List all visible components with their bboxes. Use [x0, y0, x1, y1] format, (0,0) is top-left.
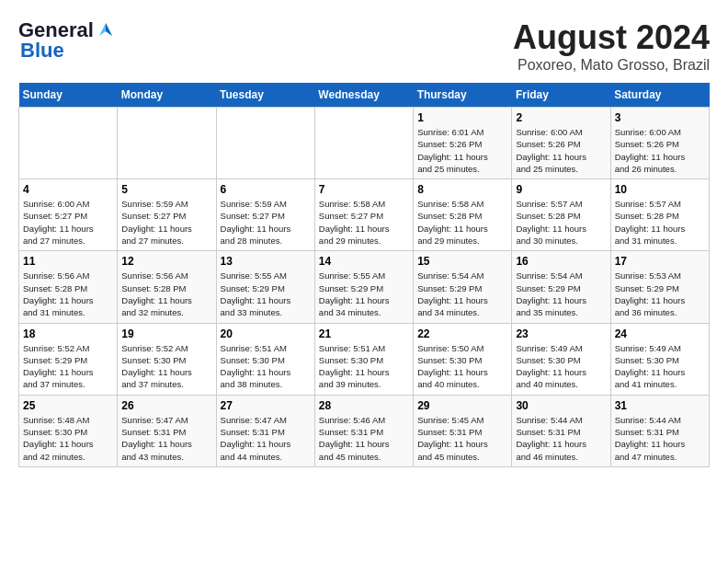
day-info: Sunrise: 6:00 AM Sunset: 5:26 PM Dayligh…: [615, 126, 705, 175]
day-info: Sunrise: 5:49 AM Sunset: 5:30 PM Dayligh…: [516, 342, 606, 391]
day-number: 13: [221, 255, 311, 268]
calendar-cell: 15Sunrise: 5:54 AM Sunset: 5:29 PM Dayli…: [414, 251, 512, 323]
day-info: Sunrise: 5:58 AM Sunset: 5:27 PM Dayligh…: [319, 198, 409, 247]
day-number: 8: [417, 183, 507, 196]
calendar-cell: 10Sunrise: 5:57 AM Sunset: 5:28 PM Dayli…: [610, 179, 709, 251]
day-number: 4: [23, 183, 113, 196]
day-info: Sunrise: 5:56 AM Sunset: 5:28 PM Dayligh…: [23, 270, 113, 318]
day-number: 29: [417, 399, 507, 412]
calendar-cell: 13Sunrise: 5:55 AM Sunset: 5:29 PM Dayli…: [216, 251, 314, 323]
day-info: Sunrise: 5:56 AM Sunset: 5:28 PM Dayligh…: [121, 270, 211, 318]
calendar-cell: 11Sunrise: 5:56 AM Sunset: 5:28 PM Dayli…: [19, 251, 118, 323]
day-number: 7: [319, 183, 409, 196]
day-info: Sunrise: 5:59 AM Sunset: 5:27 PM Dayligh…: [221, 198, 311, 247]
month-title: August 2024: [513, 18, 710, 57]
day-number: 12: [121, 255, 211, 268]
day-info: Sunrise: 5:51 AM Sunset: 5:30 PM Dayligh…: [221, 342, 311, 391]
day-number: 31: [615, 399, 705, 412]
svg-marker-1: [106, 23, 112, 36]
day-info: Sunrise: 5:54 AM Sunset: 5:29 PM Dayligh…: [417, 270, 507, 318]
calendar-table: SundayMondayTuesdayWednesdayThursdayFrid…: [18, 83, 710, 467]
calendar-cell: 22Sunrise: 5:50 AM Sunset: 5:30 PM Dayli…: [414, 323, 512, 395]
day-number: 5: [121, 183, 211, 196]
calendar-cell: 5Sunrise: 5:59 AM Sunset: 5:27 PM Daylig…: [118, 179, 216, 251]
header-day-sunday: Sunday: [19, 83, 118, 108]
day-info: Sunrise: 5:44 AM Sunset: 5:31 PM Dayligh…: [516, 414, 606, 463]
title-block: August 2024 Poxoreo, Mato Grosso, Brazil: [513, 18, 710, 74]
calendar-cell: 21Sunrise: 5:51 AM Sunset: 5:30 PM Dayli…: [314, 323, 413, 395]
day-number: 11: [23, 255, 113, 268]
calendar-cell: 16Sunrise: 5:54 AM Sunset: 5:29 PM Dayli…: [512, 251, 610, 323]
day-number: 1: [417, 111, 507, 124]
day-info: Sunrise: 6:01 AM Sunset: 5:26 PM Dayligh…: [417, 126, 507, 175]
calendar-cell: 2Sunrise: 6:00 AM Sunset: 5:26 PM Daylig…: [512, 108, 610, 179]
calendar-week-1: 1Sunrise: 6:01 AM Sunset: 5:26 PM Daylig…: [19, 108, 710, 179]
calendar-cell: 8Sunrise: 5:58 AM Sunset: 5:28 PM Daylig…: [414, 179, 512, 251]
day-number: 14: [319, 255, 409, 268]
calendar-week-3: 11Sunrise: 5:56 AM Sunset: 5:28 PM Dayli…: [19, 251, 710, 323]
calendar-week-2: 4Sunrise: 6:00 AM Sunset: 5:27 PM Daylig…: [19, 179, 710, 251]
day-info: Sunrise: 5:49 AM Sunset: 5:30 PM Dayligh…: [615, 342, 705, 391]
header-day-monday: Monday: [118, 83, 216, 108]
day-info: Sunrise: 5:45 AM Sunset: 5:31 PM Dayligh…: [417, 414, 507, 463]
calendar-cell: 17Sunrise: 5:53 AM Sunset: 5:29 PM Dayli…: [610, 251, 709, 323]
calendar-cell: 6Sunrise: 5:59 AM Sunset: 5:27 PM Daylig…: [216, 179, 314, 251]
header-day-friday: Friday: [512, 83, 610, 108]
day-info: Sunrise: 5:52 AM Sunset: 5:30 PM Dayligh…: [121, 342, 211, 391]
day-number: 24: [615, 327, 705, 340]
calendar-cell: 18Sunrise: 5:52 AM Sunset: 5:29 PM Dayli…: [19, 323, 118, 395]
day-number: 21: [319, 327, 409, 340]
day-number: 16: [516, 255, 606, 268]
calendar-cell: [118, 108, 216, 179]
day-number: 27: [221, 399, 311, 412]
calendar-week-5: 25Sunrise: 5:48 AM Sunset: 5:30 PM Dayli…: [19, 395, 710, 466]
calendar-week-4: 18Sunrise: 5:52 AM Sunset: 5:29 PM Dayli…: [19, 323, 710, 395]
day-number: 6: [221, 183, 311, 196]
day-number: 28: [319, 399, 409, 412]
day-info: Sunrise: 5:55 AM Sunset: 5:29 PM Dayligh…: [221, 270, 311, 318]
calendar-cell: 19Sunrise: 5:52 AM Sunset: 5:30 PM Dayli…: [118, 323, 216, 395]
calendar-cell: [19, 108, 118, 179]
logo-blue: Blue: [20, 39, 64, 63]
calendar-cell: 7Sunrise: 5:58 AM Sunset: 5:27 PM Daylig…: [314, 179, 413, 251]
day-info: Sunrise: 5:53 AM Sunset: 5:29 PM Dayligh…: [615, 270, 705, 318]
day-info: Sunrise: 5:57 AM Sunset: 5:28 PM Dayligh…: [615, 198, 705, 247]
calendar-cell: 30Sunrise: 5:44 AM Sunset: 5:31 PM Dayli…: [512, 395, 610, 466]
day-number: 3: [615, 111, 705, 124]
calendar-cell: 3Sunrise: 6:00 AM Sunset: 5:26 PM Daylig…: [610, 108, 709, 179]
day-info: Sunrise: 5:47 AM Sunset: 5:31 PM Dayligh…: [221, 414, 311, 463]
calendar-cell: 20Sunrise: 5:51 AM Sunset: 5:30 PM Dayli…: [216, 323, 314, 395]
day-info: Sunrise: 5:51 AM Sunset: 5:30 PM Dayligh…: [319, 342, 409, 391]
calendar-cell: [314, 108, 413, 179]
page-header: General Blue August 2024 Poxoreo, Mato G…: [18, 18, 710, 74]
calendar-cell: 25Sunrise: 5:48 AM Sunset: 5:30 PM Dayli…: [19, 395, 118, 466]
day-number: 18: [23, 327, 113, 340]
calendar-cell: 29Sunrise: 5:45 AM Sunset: 5:31 PM Dayli…: [414, 395, 512, 466]
calendar-cell: 28Sunrise: 5:46 AM Sunset: 5:31 PM Dayli…: [314, 395, 413, 466]
calendar-cell: 12Sunrise: 5:56 AM Sunset: 5:28 PM Dayli…: [118, 251, 216, 323]
day-info: Sunrise: 5:54 AM Sunset: 5:29 PM Dayligh…: [516, 270, 606, 318]
day-info: Sunrise: 5:48 AM Sunset: 5:30 PM Dayligh…: [23, 414, 113, 463]
day-number: 17: [615, 255, 705, 268]
day-number: 22: [417, 327, 507, 340]
day-number: 30: [516, 399, 606, 412]
calendar-cell: [216, 108, 314, 179]
day-number: 25: [23, 399, 113, 412]
day-info: Sunrise: 6:00 AM Sunset: 5:27 PM Dayligh…: [23, 198, 113, 247]
day-number: 9: [516, 183, 606, 196]
header-day-thursday: Thursday: [414, 83, 512, 108]
day-number: 2: [516, 111, 606, 124]
calendar-cell: 14Sunrise: 5:55 AM Sunset: 5:29 PM Dayli…: [314, 251, 413, 323]
calendar-header-row: SundayMondayTuesdayWednesdayThursdayFrid…: [19, 83, 710, 108]
calendar-cell: 9Sunrise: 5:57 AM Sunset: 5:28 PM Daylig…: [512, 179, 610, 251]
day-info: Sunrise: 5:46 AM Sunset: 5:31 PM Dayligh…: [319, 414, 409, 463]
day-info: Sunrise: 5:47 AM Sunset: 5:31 PM Dayligh…: [121, 414, 211, 463]
day-info: Sunrise: 5:52 AM Sunset: 5:29 PM Dayligh…: [23, 342, 113, 391]
day-number: 23: [516, 327, 606, 340]
day-info: Sunrise: 5:58 AM Sunset: 5:28 PM Dayligh…: [417, 198, 507, 247]
header-day-saturday: Saturday: [610, 83, 709, 108]
day-number: 26: [121, 399, 211, 412]
calendar-cell: 31Sunrise: 5:44 AM Sunset: 5:31 PM Dayli…: [610, 395, 709, 466]
calendar-cell: 27Sunrise: 5:47 AM Sunset: 5:31 PM Dayli…: [216, 395, 314, 466]
day-info: Sunrise: 5:55 AM Sunset: 5:29 PM Dayligh…: [319, 270, 409, 318]
